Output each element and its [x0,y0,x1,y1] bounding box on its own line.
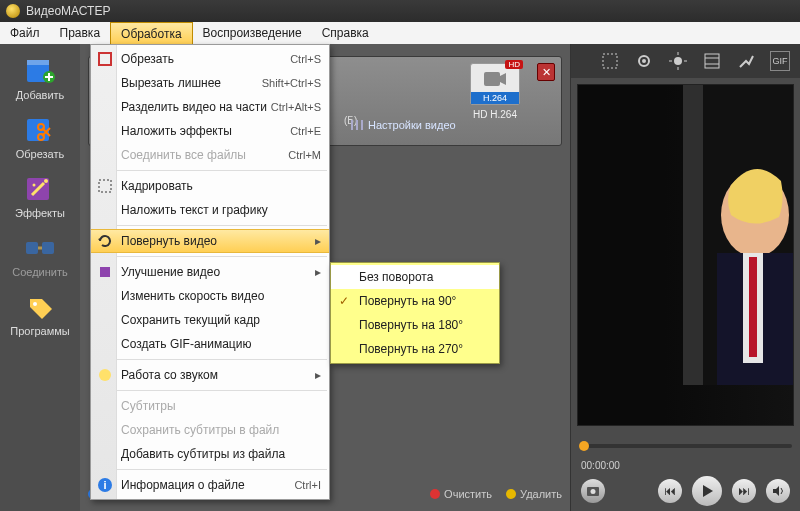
time-bar [571,432,800,460]
svg-rect-35 [749,257,757,357]
app-logo-icon [6,4,20,18]
rotate-icon [95,231,115,251]
menu-item-22[interactable]: iИнформация о файлеCtrl+I [91,473,329,497]
chevron-right-icon: ▸ [315,368,321,382]
camera-icon [482,69,508,89]
menu-processing[interactable]: Обработка [110,22,193,44]
menu-edit[interactable]: Правка [50,22,111,44]
close-format-button[interactable]: ✕ [537,63,555,81]
svg-point-11 [33,302,37,306]
menu-item-4: Соединить все файлыCtrl+M [91,143,329,167]
equalizer-icon [350,118,364,132]
snapshot-button[interactable] [581,479,605,503]
seek-track[interactable] [579,444,792,448]
menu-item-7[interactable]: Наложить текст и графику [91,198,329,222]
tool-programs[interactable]: Программы [5,288,75,341]
delete-button[interactable]: Удалить [506,488,562,500]
hd-badge: HD [505,60,523,69]
svg-rect-38 [99,53,111,65]
menu-bar: Файл Правка Обработка Воспроизведение Сп… [0,22,800,44]
menu-item-11[interactable]: Улучшение видео▸ [91,260,329,284]
format-card[interactable]: HD H.264 HD H.264 [461,63,529,139]
title-bar: ВидеоМАСТЕР [0,0,800,22]
submenu-rotate-90[interactable]: Повернуть на 90° [331,289,499,313]
chevron-right-icon: ▸ [315,265,321,279]
tool-add[interactable]: Добавить [5,52,75,105]
speed-icon[interactable] [736,51,756,71]
gif-tool[interactable]: GIF [770,51,790,71]
menu-item-9[interactable]: Повернуть видео▸ [91,229,329,253]
svg-point-23 [674,57,682,65]
join-icon [22,233,58,263]
filmstrip-scissors-icon [22,115,58,145]
tool-join[interactable]: Соединить [5,229,75,282]
svg-rect-1 [27,60,49,65]
video-settings-link[interactable]: Настройки видео [350,118,456,132]
svg-point-41 [99,369,111,381]
preview-panel: GIF 00:00:00 ⏮ ⏭ [570,44,800,511]
svg-point-37 [591,489,596,494]
svg-rect-15 [361,120,363,130]
svg-rect-39 [99,180,111,192]
menu-item-2[interactable]: Разделить видео на частиCtrl+Alt+S [91,95,329,119]
processing-menu: ОбрезатьCtrl+SВырезать лишнееShift+Ctrl+… [90,44,330,500]
svg-point-8 [33,184,36,187]
menu-item-14[interactable]: Создать GIF-анимацию [91,332,329,356]
prev-button[interactable]: ⏮ [658,479,682,503]
tag-icon [22,292,58,322]
menu-item-18: Субтитры [91,394,329,418]
clear-button[interactable]: Очистить [430,488,492,500]
frame-icon [95,176,115,196]
svg-rect-28 [705,54,719,68]
menu-item-12[interactable]: Изменить скорость видео [91,284,329,308]
brightness-icon[interactable] [668,51,688,71]
menu-item-13[interactable]: Сохранить текущий кадр [91,308,329,332]
svg-rect-14 [356,120,358,130]
svg-rect-12 [484,72,500,86]
preview-image [683,85,793,385]
seek-thumb-icon[interactable] [579,441,589,451]
menu-item-3[interactable]: Наложить эффектыCtrl+E [91,119,329,143]
preview-toolbar: GIF [571,44,800,78]
svg-rect-20 [603,54,617,68]
menu-item-20[interactable]: Добавить субтитры из файла [91,442,329,466]
svg-point-22 [642,59,646,63]
sound-icon [95,365,115,385]
left-toolbar: Добавить Обрезать Эффекты Соединить Прог… [0,44,80,511]
menu-item-16[interactable]: Работа со звуком▸ [91,363,329,387]
info-icon: i [95,475,115,495]
volume-button[interactable] [766,479,790,503]
menu-item-0[interactable]: ОбрезатьCtrl+S [91,47,329,71]
film-tool-icon[interactable] [702,51,722,71]
enhance-icon [95,262,115,282]
svg-rect-13 [351,120,353,130]
menu-playback[interactable]: Воспроизведение [193,22,312,44]
svg-rect-10 [42,242,54,254]
format-label: HD H.264 [473,109,517,120]
tool-trim[interactable]: Обрезать [5,111,75,164]
menu-item-19: Сохранить субтитры в файл [91,418,329,442]
submenu-rotate-270[interactable]: Повернуть на 270° [331,337,499,361]
tool-effects[interactable]: Эффекты [5,170,75,223]
menu-item-6[interactable]: Кадрировать [91,174,329,198]
menu-item-1[interactable]: Вырезать лишнееShift+Ctrl+S [91,71,329,95]
svg-point-7 [44,179,48,183]
app-title: ВидеоМАСТЕР [26,4,110,18]
codec-label: H.264 [471,92,519,104]
crop-icon [95,49,115,69]
submenu-rotate-180[interactable]: Повернуть на 180° [331,313,499,337]
gear-tool-icon[interactable] [634,51,654,71]
playback-controls: ⏮ ⏭ [571,471,800,511]
rotate-submenu: Без поворота Повернуть на 90° Повернуть … [330,262,500,364]
play-button[interactable] [692,476,722,506]
next-button[interactable]: ⏭ [732,479,756,503]
submenu-no-rotation[interactable]: Без поворота [331,265,499,289]
crop-tool-icon[interactable] [600,51,620,71]
chevron-right-icon: ▸ [315,234,321,248]
video-preview[interactable] [577,84,794,426]
wand-sparkle-icon [22,174,58,204]
time-label: 00:00:00 [571,460,800,471]
svg-rect-9 [26,242,38,254]
menu-help[interactable]: Справка [312,22,379,44]
menu-file[interactable]: Файл [0,22,50,44]
